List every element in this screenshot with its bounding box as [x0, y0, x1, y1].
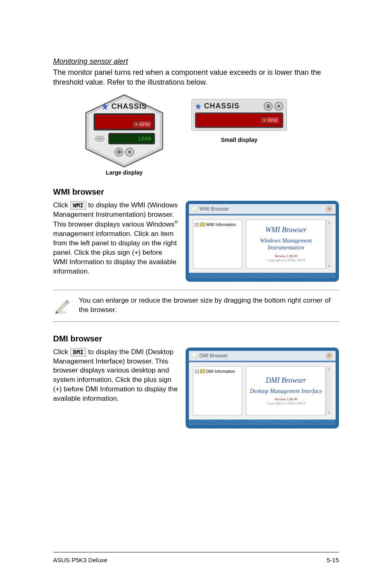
- dmi-tree-root[interactable]: DMI Information: [206, 369, 235, 374]
- chassis-large-title-row: CHASSIS: [101, 102, 147, 111]
- wmi-content-subtitle: Windows Management Instrumentation: [247, 238, 325, 251]
- spinner-icon: [94, 134, 106, 144]
- small-display-caption: Small display: [221, 137, 257, 143]
- dmi-content-pane: DMI Browser Desktop Management Interface…: [246, 366, 326, 415]
- svg-marker-2: [101, 103, 109, 110]
- rpm-tag-large: RPM: [132, 121, 152, 128]
- chassis-large-title: CHASSIS: [111, 102, 147, 111]
- dmi-heading: DMI browser: [53, 334, 339, 343]
- large-display-caption: Large display: [106, 169, 143, 176]
- close-icon[interactable]: ✕: [326, 206, 332, 212]
- dmi-button[interactable]: DMI: [70, 348, 86, 357]
- plus-icon[interactable]: +: [195, 223, 199, 227]
- settings-icon[interactable]: ⚙: [264, 102, 273, 111]
- dmi-copyright: Copyright (c) 2004, ASUS: [267, 401, 305, 405]
- wmi-content-pane: WMI Browser Windows Management Instrumen…: [246, 220, 326, 269]
- dmi-body: Click DMI to display the DMI (Desktop Ma…: [53, 348, 178, 404]
- wmi-content-title: WMI Browser: [265, 226, 307, 234]
- svg-marker-5: [195, 103, 202, 110]
- chassis-small-lcd: RPM: [195, 112, 283, 128]
- chassis-small-panel: CHASSIS ⚙ ✕ RPM: [191, 99, 287, 131]
- rpm-tag-small: RPM: [260, 117, 280, 124]
- sensor-small-card: CHASSIS ⚙ ✕ RPM Small display: [191, 94, 287, 143]
- footer-page-number: 5-15: [327, 557, 339, 563]
- app-icon: [192, 206, 198, 212]
- chassis-small-title: CHASSIS: [204, 102, 240, 110]
- blue-star-icon: [195, 103, 202, 110]
- wmi-titlebar-text: WMI Browser: [199, 206, 229, 212]
- scrollbar[interactable]: ▴▾: [326, 220, 332, 269]
- settings-icon[interactable]: ⚙: [114, 148, 123, 157]
- close-icon[interactable]: ✕: [326, 352, 332, 359]
- wmi-tree-root[interactable]: WMI Information: [206, 222, 236, 227]
- wmi-heading: WMI browser: [53, 187, 339, 197]
- plus-icon[interactable]: +: [195, 370, 199, 373]
- dmi-version: Version 1.00.00: [274, 397, 297, 401]
- dmi-tree-pane[interactable]: +DMI Information: [193, 366, 242, 415]
- resize-grip[interactable]: [189, 420, 336, 425]
- blue-star-icon: [101, 103, 109, 110]
- folder-icon: [200, 222, 205, 227]
- wmi-body: Click WMI to display the WMI (Windows Ma…: [53, 201, 178, 276]
- sensor-body: The monitor panel turns red when a compo…: [53, 67, 339, 88]
- note-callout: You can enlarge or reduce the browser si…: [53, 290, 339, 322]
- wmi-tree-pane[interactable]: +WMI Information: [193, 220, 242, 269]
- chassis-threshold-display: 1000: [108, 133, 155, 144]
- wmi-browser-window: WMI Browser ✕ +WMI Information WMI Brows…: [186, 201, 339, 282]
- footer-product: ASUS P5K3 Deluxe: [53, 557, 108, 563]
- sensor-display-row: CHASSIS RPM 1000 ⚙ ✕ Large display CHASS…: [53, 94, 339, 176]
- dmi-browser-window: DMI Browser ✕ +DMI Information DMI Brows…: [186, 348, 339, 429]
- dmi-content-subtitle: Desktop Management Interface: [250, 388, 322, 395]
- page-footer: ASUS P5K3 Deluxe 5-15: [53, 552, 339, 563]
- chassis-large-lcd-red: RPM: [94, 113, 155, 130]
- pencil-icon: [53, 296, 71, 316]
- close-icon[interactable]: ✕: [125, 148, 134, 157]
- wmi-version: Version 1.00.00: [274, 254, 297, 258]
- wmi-copyright: Copyright (c) 2004, ASUS: [267, 258, 305, 262]
- sensor-large-card: CHASSIS RPM 1000 ⚙ ✕ Large display: [82, 94, 167, 176]
- note-text: You can enlarge or reduce the browser si…: [79, 296, 339, 315]
- resize-grip[interactable]: [189, 273, 336, 278]
- dmi-content-title: DMI Browser: [266, 376, 306, 385]
- folder-icon: [200, 369, 205, 373]
- dmi-titlebar-text: DMI Browser: [199, 353, 228, 359]
- sensor-heading: Monitoring sensor alert: [53, 57, 339, 66]
- app-icon: [192, 353, 198, 359]
- wmi-button[interactable]: WMI: [70, 201, 86, 210]
- close-icon[interactable]: ✕: [274, 102, 283, 111]
- scrollbar[interactable]: ▴▾: [326, 366, 332, 415]
